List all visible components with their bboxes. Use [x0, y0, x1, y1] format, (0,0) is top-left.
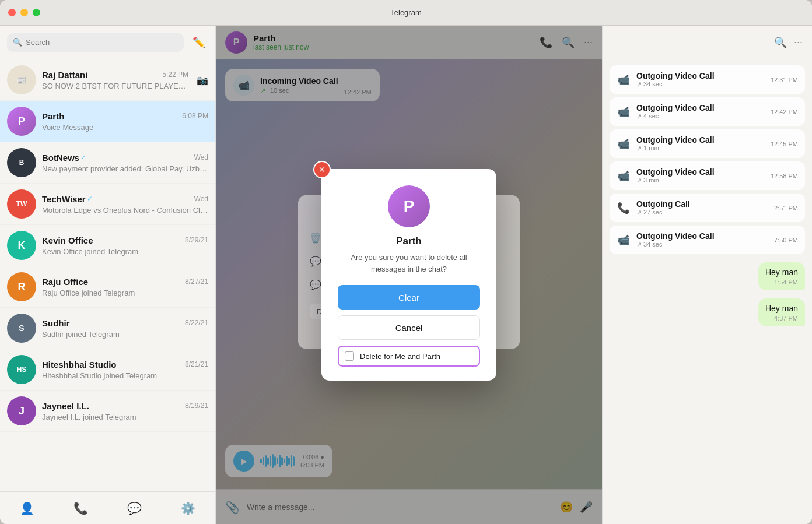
- right-search-button[interactable]: 🔍: [774, 36, 787, 49]
- settings-tab[interactable]: ⚙️: [178, 498, 199, 519]
- search-icon: 🔍: [13, 38, 22, 47]
- chat-preview-hiteshbhai: Hiteshbhai Studio joined Telegram: [42, 371, 208, 380]
- chat-time-sudhir: 8/22/21: [185, 319, 208, 327]
- avatar-techwiser: TW: [7, 189, 36, 219]
- chat-name-parth: Parth: [42, 111, 64, 121]
- app-title: Telegram: [390, 8, 421, 17]
- avatar-kevin: K: [7, 231, 36, 260]
- chat-info-raju: Raju Office 8/27/21 Raju Office joined T…: [42, 277, 208, 297]
- video-call-icon-3: 📹: [617, 170, 631, 182]
- right-call-item-0: 📹 Outgoing Video Call ↗ 34 sec 12:31 PM: [610, 65, 805, 94]
- phone-call-icon-4: 📞: [617, 202, 631, 214]
- avatar-parth: P: [7, 107, 36, 136]
- rc-info-4: Outgoing Call ↗ 27 sec: [636, 199, 768, 216]
- chat-info-botnews: BotNews ✓ Wed New payment provider added…: [42, 153, 208, 173]
- clear-history-modal: ✕ P Parth Are you sure you want to delet…: [321, 169, 496, 381]
- rc-time-1: 12:42 PM: [771, 108, 798, 115]
- chat-item-hiteshbhai[interactable]: HS Hiteshbhai Studio 8/21/21 Hiteshbhai …: [0, 349, 215, 391]
- hey-man-text-1: Hey man: [765, 268, 798, 277]
- chat-info-raj: Raj Dattani 5:22 PM SO NOW 2 BTST FOR FU…: [42, 70, 188, 90]
- modal-question: Are you sure you want to delete all mess…: [338, 252, 480, 275]
- rc-meta-5: ↗ 34 sec: [636, 241, 768, 248]
- modal-container: ✕ P Parth Are you sure you want to delet…: [216, 26, 602, 524]
- video-call-icon-2: 📹: [617, 138, 631, 150]
- botnews-verified: ✓: [80, 153, 86, 161]
- delete-for-both-row[interactable]: Delete for Me and Parth: [338, 346, 480, 367]
- hey-man-text-2: Hey man: [765, 304, 798, 313]
- avatar-raj: 📰: [7, 65, 36, 94]
- chat-time-hiteshbhai: 8/21/21: [185, 360, 208, 368]
- chat-preview-raju: Raju Office joined Telegram: [42, 289, 208, 297]
- delete-for-both-checkbox[interactable]: [345, 351, 354, 361]
- right-panel-header: 🔍 ···: [603, 26, 812, 59]
- chats-tab[interactable]: 💬: [124, 498, 145, 519]
- rc-meta-3: ↗ 3 min: [636, 177, 765, 184]
- chat-time-jayneel: 8/19/21: [185, 402, 208, 410]
- hey-man-msg-1: Hey man 1:54 PM: [758, 262, 805, 290]
- close-button[interactable]: [8, 9, 16, 16]
- chat-info-parth: Parth 6:08 PM Voice Message: [42, 111, 208, 132]
- avatar-raju: R: [7, 272, 36, 301]
- calls-tab[interactable]: 📞: [70, 498, 91, 519]
- chat-item-parth[interactable]: P Parth 6:08 PM Voice Message: [0, 101, 215, 142]
- search-input[interactable]: [26, 38, 178, 47]
- sidebar-bottom: 👤 📞 💬 ⚙️: [0, 491, 215, 524]
- right-call-item-1: 📹 Outgoing Video Call ↗ 4 sec 12:42 PM: [610, 97, 805, 126]
- search-box[interactable]: 🔍: [7, 33, 184, 52]
- chat-item-jayneel[interactable]: J Jayneel I.L. 8/19/21 Jayneel I.L. join…: [0, 391, 215, 432]
- video-call-icon-5: 📹: [617, 234, 631, 247]
- chat-info-jayneel: Jayneel I.L. 8/19/21 Jayneel I.L. joined…: [42, 401, 208, 421]
- right-call-item-3: 📹 Outgoing Video Call ↗ 3 min 12:58 PM: [610, 161, 805, 190]
- avatar-hiteshbhai: HS: [7, 355, 36, 384]
- chat-preview-jayneel: Jayneel I.L. joined Telegram: [42, 413, 208, 421]
- chat-preview-raj: SO NOW 2 BTST FOR FUTURE PLAYER'S PVR AN…: [42, 82, 188, 90]
- chat-preview-techwiser: Motorola Edge vs Oneplus Nord - Confusio…: [42, 206, 208, 214]
- hey-man-time-1: 1:54 PM: [765, 279, 798, 286]
- app-window: Telegram 🔍 ✏️ 📰 Ra: [0, 0, 812, 524]
- chat-info-sudhir: Sudhir 8/22/21 Sudhir joined Telegram: [42, 318, 208, 339]
- raj-verified-icon: 📷: [197, 75, 208, 86]
- rc-time-3: 12:58 PM: [771, 173, 798, 180]
- chat-time-kevin: 8/29/21: [185, 236, 208, 244]
- right-call-item-5: 📹 Outgoing Video Call ↗ 34 sec 7:50 PM: [610, 226, 805, 254]
- compose-button[interactable]: ✏️: [190, 33, 208, 52]
- chat-item-raj[interactable]: 📰 Raj Dattani 5:22 PM SO NOW 2 BTST FOR …: [0, 59, 215, 101]
- chat-name-kevin: Kevin Office: [42, 235, 93, 245]
- rc-meta-0: ↗ 34 sec: [636, 80, 765, 88]
- video-call-icon-1: 📹: [617, 105, 631, 118]
- chat-item-techwiser[interactable]: TW TechWiser ✓ Wed Motorola Edge vs Onep…: [0, 184, 215, 225]
- right-call-item-4: 📞 Outgoing Call ↗ 27 sec 2:51 PM: [610, 194, 805, 222]
- chat-name-jayneel: Jayneel I.L.: [42, 401, 89, 411]
- right-call-list: 📹 Outgoing Video Call ↗ 34 sec 12:31 PM …: [603, 59, 812, 524]
- contacts-tab[interactable]: 👤: [16, 498, 37, 519]
- techwiser-verified: ✓: [87, 195, 93, 203]
- rc-time-4: 2:51 PM: [774, 205, 798, 212]
- rc-meta-2: ↗ 1 min: [636, 145, 765, 152]
- chat-item-kevin[interactable]: K Kevin Office 8/29/21 Kevin Office join…: [0, 225, 215, 266]
- right-more-button[interactable]: ···: [794, 36, 803, 48]
- title-bar: Telegram: [0, 0, 812, 26]
- cancel-button[interactable]: Cancel: [338, 315, 480, 340]
- sidebar-header: 🔍 ✏️: [0, 26, 215, 59]
- avatar-botnews: B: [7, 148, 36, 177]
- hey-man-msg-2-row: Hey man 4:37 PM: [610, 298, 805, 326]
- window-controls: [8, 9, 40, 16]
- rc-type-0: Outgoing Video Call: [636, 71, 765, 80]
- chat-item-sudhir[interactable]: S Sudhir 8/22/21 Sudhir joined Telegram: [0, 308, 215, 349]
- modal-name: Parth: [396, 235, 421, 247]
- chat-time-botnews: Wed: [194, 153, 208, 161]
- chat-info-techwiser: TechWiser ✓ Wed Motorola Edge vs Oneplus…: [42, 194, 208, 214]
- minimize-button[interactable]: [20, 9, 28, 16]
- maximize-button[interactable]: [33, 9, 40, 16]
- chat-time-raju: 8/27/21: [185, 277, 208, 286]
- chat-list: 📰 Raj Dattani 5:22 PM SO NOW 2 BTST FOR …: [0, 59, 215, 491]
- clear-button[interactable]: Clear: [338, 285, 480, 310]
- rc-meta-1: ↗ 4 sec: [636, 112, 765, 120]
- chat-info-kevin: Kevin Office 8/29/21 Kevin Office joined…: [42, 235, 208, 256]
- chat-item-raju[interactable]: R Raju Office 8/27/21 Raju Office joined…: [0, 266, 215, 308]
- avatar-sudhir: S: [7, 314, 36, 343]
- chat-preview-botnews: New payment provider added: Global Pay, …: [42, 164, 208, 173]
- chat-item-botnews[interactable]: B BotNews ✓ Wed New payment provider add…: [0, 142, 215, 184]
- modal-close-button[interactable]: ✕: [313, 161, 331, 178]
- modal-avatar: P: [388, 185, 430, 227]
